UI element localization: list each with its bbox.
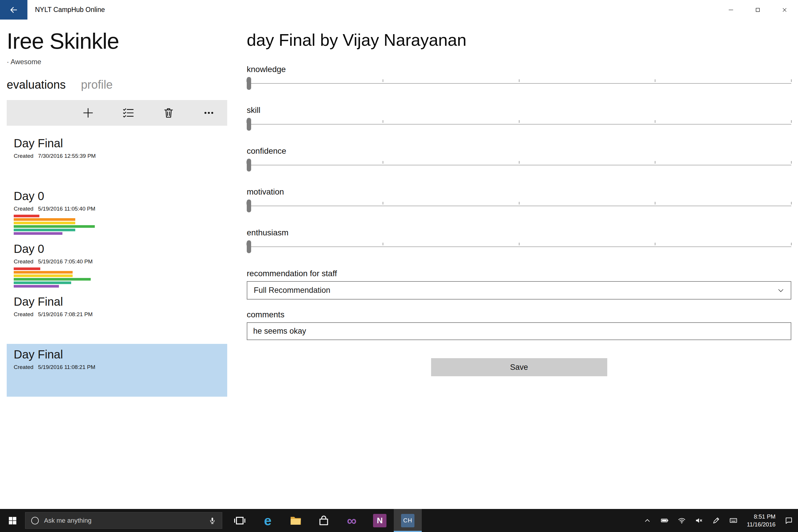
- created-date: 5/19/2016 11:05:40 PM: [38, 206, 95, 212]
- windows-logo-icon: [8, 516, 17, 525]
- cortana-search-box[interactable]: Ask me anything: [25, 512, 222, 529]
- pen-settings[interactable]: [712, 516, 720, 525]
- slider-track[interactable]: [247, 165, 791, 165]
- multi-select-button[interactable]: [121, 106, 135, 119]
- tab-evaluations[interactable]: evaluations: [7, 78, 65, 91]
- save-button[interactable]: Save: [431, 358, 607, 376]
- tray-expand-button[interactable]: [643, 516, 651, 525]
- evaluation-form: knowledge skill confidence: [247, 65, 791, 376]
- evaluation-title: Day Final: [14, 295, 227, 308]
- slider-label: skill: [247, 106, 791, 115]
- skill-slider[interactable]: [247, 118, 791, 131]
- recommendation-group: recommendation for staff Full Recommenda…: [247, 269, 791, 300]
- battery-status[interactable]: [661, 516, 668, 525]
- action-center-icon: [785, 516, 793, 525]
- visual-studio-button[interactable]: ∞: [338, 509, 366, 532]
- evaluation-created: Created 5/19/2016 7:05:40 PM: [14, 259, 227, 265]
- created-label: Created: [14, 206, 34, 212]
- chevron-up-icon: [643, 516, 651, 525]
- list-item-evaluation-selected[interactable]: Day Final Created 5/19/2016 11:08:21 PM: [7, 344, 227, 397]
- list-item-evaluation[interactable]: Day Final Created 5/19/2016 7:08:21 PM: [7, 291, 227, 344]
- evaluation-mini-chart: [14, 267, 227, 288]
- created-label: Created: [14, 364, 34, 370]
- list-item-evaluation[interactable]: Day Final Created 7/30/2016 12:55:39 PM: [7, 133, 227, 186]
- app-window: NYLT CampHub Online Iree Skinkle · Aweso…: [0, 0, 798, 532]
- pen-icon: [712, 516, 720, 525]
- more-options-button[interactable]: [202, 106, 215, 119]
- detail-panel: day Final by Vijay Narayanan knowledge s…: [247, 20, 791, 509]
- slider-thumb[interactable]: [247, 118, 251, 131]
- onenote-button[interactable]: N: [366, 509, 394, 532]
- network-status[interactable]: [678, 516, 686, 525]
- tab-profile[interactable]: profile: [81, 78, 113, 91]
- slider-thumb[interactable]: [247, 159, 251, 171]
- task-view-button[interactable]: [226, 509, 254, 532]
- clock-date: 11/16/2016: [747, 520, 776, 529]
- touch-keyboard-button[interactable]: [729, 516, 737, 525]
- slider-label: enthusiasm: [247, 228, 791, 238]
- search-placeholder: Ask me anything: [44, 517, 209, 525]
- created-label: Created: [14, 153, 34, 159]
- close-button[interactable]: [771, 0, 798, 20]
- action-center-button[interactable]: [785, 516, 793, 525]
- created-date: 5/19/2016 7:05:40 PM: [38, 259, 93, 265]
- slider-group-enthusiasm: enthusiasm: [247, 228, 791, 253]
- comments-group: comments: [247, 310, 791, 340]
- microphone-icon[interactable]: [209, 517, 216, 525]
- slider-group-confidence: confidence: [247, 147, 791, 171]
- created-date: 5/19/2016 7:08:21 PM: [38, 311, 93, 318]
- speaker-muted-icon: [695, 516, 703, 525]
- task-view-icon: [234, 514, 246, 527]
- system-tray: 8:51 PM 11/16/2016: [643, 513, 798, 529]
- close-icon: [782, 7, 787, 13]
- back-button[interactable]: [0, 0, 27, 20]
- slider-track[interactable]: [247, 124, 791, 125]
- enthusiasm-slider[interactable]: [247, 240, 791, 253]
- comments-input[interactable]: [247, 322, 791, 340]
- slider-track[interactable]: [247, 246, 791, 247]
- comments-label: comments: [247, 310, 791, 319]
- slider-thumb[interactable]: [247, 77, 251, 90]
- edge-button[interactable]: e: [254, 509, 282, 532]
- delete-button[interactable]: [162, 106, 175, 119]
- maximize-button[interactable]: [744, 0, 771, 20]
- list-item-evaluation[interactable]: Day 0 Created 5/19/2016 11:05:40 PM: [7, 186, 227, 238]
- checklist-icon: [122, 107, 134, 119]
- created-date: 7/30/2016 12:55:39 PM: [38, 153, 96, 159]
- store-bag-icon: [318, 514, 330, 527]
- slider-track[interactable]: [247, 206, 791, 206]
- add-evaluation-button[interactable]: [81, 106, 95, 119]
- volume-status[interactable]: [695, 516, 703, 525]
- slider-thumb[interactable]: [247, 240, 251, 253]
- knowledge-slider[interactable]: [247, 77, 791, 90]
- app-title: NYLT CampHub Online: [35, 6, 105, 14]
- trash-icon: [163, 107, 174, 119]
- slider-track[interactable]: [247, 83, 791, 84]
- start-button[interactable]: [0, 509, 25, 532]
- minimize-icon: [728, 7, 734, 13]
- chevron-down-icon: [777, 287, 784, 294]
- slider-group-motivation: motivation: [247, 187, 791, 212]
- evaluation-created: Created 5/19/2016 7:08:21 PM: [14, 311, 227, 318]
- evaluation-title: Day 0: [14, 190, 227, 203]
- recommendation-label: recommendation for staff: [247, 269, 791, 278]
- slider-label: confidence: [247, 147, 791, 156]
- taskbar-clock[interactable]: 8:51 PM 11/16/2016: [747, 513, 776, 529]
- confidence-slider[interactable]: [247, 159, 791, 171]
- cortana-icon: [31, 517, 39, 525]
- recommendation-dropdown[interactable]: Full Recommendation: [247, 281, 791, 300]
- command-bar: [7, 100, 227, 126]
- slider-thumb[interactable]: [247, 200, 251, 212]
- minimize-button[interactable]: [718, 0, 744, 20]
- motivation-slider[interactable]: [247, 200, 791, 212]
- evaluation-mini-chart: [14, 215, 227, 235]
- camphub-taskbar-button[interactable]: CH: [394, 509, 422, 532]
- list-item-evaluation[interactable]: Day 0 Created 5/19/2016 7:05:40 PM: [7, 238, 227, 291]
- page-title: day Final by Vijay Narayanan: [247, 30, 791, 50]
- store-button[interactable]: [310, 509, 338, 532]
- pivot-tabs: evaluations profile: [7, 78, 227, 91]
- file-explorer-button[interactable]: [282, 509, 310, 532]
- clock-time: 8:51 PM: [747, 513, 776, 520]
- camphub-icon: CH: [401, 514, 415, 527]
- battery-icon: [661, 516, 668, 525]
